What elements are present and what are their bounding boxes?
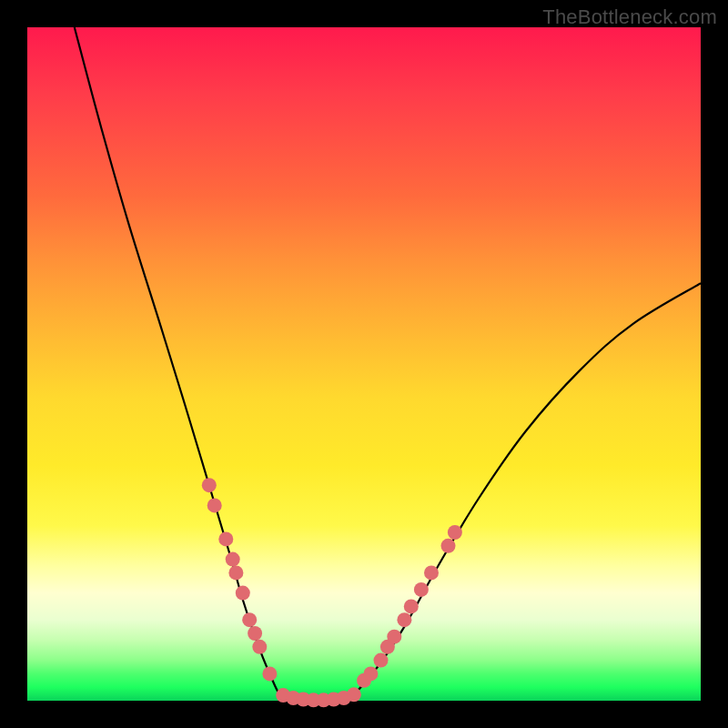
data-dot [218,531,233,546]
data-dot [441,539,456,553]
data-dot [248,626,262,641]
data-dot [374,653,389,668]
data-dot [226,552,240,567]
data-dot [363,666,378,681]
data-dot [448,525,462,540]
data-dot [236,586,250,601]
data-dot [404,599,419,613]
data-dot [252,640,267,654]
data-dot [242,612,257,627]
data-dot [347,687,361,702]
data-dots [202,478,462,707]
data-dot [207,498,222,512]
data-dot [202,478,217,492]
data-dot [262,666,277,681]
data-dot [387,630,401,644]
data-dot [424,565,439,580]
data-dot [414,582,429,597]
watermark-text: TheBottleneck.com [542,5,717,29]
data-dot [397,612,411,627]
chart-overlay [27,27,701,701]
data-dot [228,565,243,580]
bottleneck-curve [75,27,701,701]
